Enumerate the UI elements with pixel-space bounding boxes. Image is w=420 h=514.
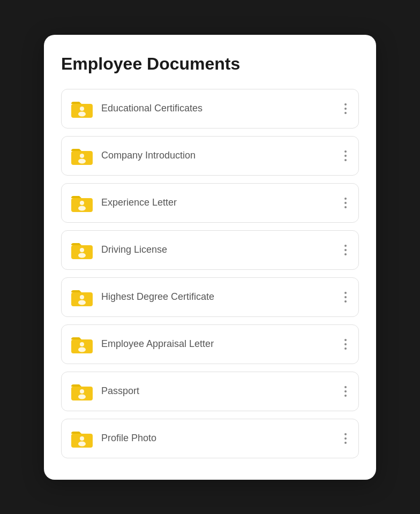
document-item[interactable]: Company Introduction bbox=[61, 136, 359, 176]
doc-label: Employee Appraisal Letter bbox=[101, 338, 214, 350]
svg-point-8 bbox=[78, 206, 86, 210]
more-options-icon[interactable] bbox=[341, 194, 350, 211]
svg-point-4 bbox=[80, 154, 84, 158]
page-title: Employee Documents bbox=[61, 54, 359, 74]
folder-icon bbox=[70, 427, 94, 450]
svg-point-10 bbox=[80, 248, 84, 252]
svg-point-17 bbox=[78, 347, 86, 352]
more-options-icon[interactable] bbox=[341, 241, 350, 259]
document-item[interactable]: Profile Photo bbox=[61, 419, 359, 458]
doc-label: Driving License bbox=[101, 244, 167, 255]
more-options-icon[interactable] bbox=[341, 336, 350, 353]
svg-point-1 bbox=[80, 107, 84, 111]
svg-point-14 bbox=[78, 300, 86, 305]
document-item[interactable]: Employee Appraisal Letter bbox=[61, 324, 359, 364]
svg-point-13 bbox=[80, 295, 84, 299]
more-options-icon[interactable] bbox=[341, 100, 350, 117]
folder-icon bbox=[70, 332, 94, 356]
doc-label: Experience Letter bbox=[101, 197, 177, 208]
svg-point-16 bbox=[80, 342, 84, 346]
svg-point-22 bbox=[80, 436, 84, 441]
svg-point-19 bbox=[80, 389, 84, 394]
doc-left: Profile Photo bbox=[70, 427, 156, 450]
document-item[interactable]: Highest Degree Certificate bbox=[61, 277, 359, 317]
document-item[interactable]: Driving License bbox=[61, 230, 359, 270]
doc-left: Educational Certificates bbox=[70, 97, 202, 120]
more-options-icon[interactable] bbox=[341, 289, 350, 306]
folder-icon bbox=[70, 380, 94, 403]
doc-left: Company Introduction bbox=[70, 144, 196, 168]
more-options-icon[interactable] bbox=[341, 147, 350, 164]
doc-label: Profile Photo bbox=[101, 433, 156, 444]
folder-icon bbox=[70, 191, 94, 215]
folder-icon bbox=[70, 285, 94, 309]
doc-label: Company Introduction bbox=[101, 150, 196, 161]
svg-point-20 bbox=[78, 394, 86, 399]
svg-point-11 bbox=[78, 253, 86, 258]
doc-label: Highest Degree Certificate bbox=[101, 291, 214, 303]
doc-left: Passport bbox=[70, 380, 139, 403]
doc-left: Highest Degree Certificate bbox=[70, 285, 214, 309]
folder-icon bbox=[70, 144, 94, 168]
more-options-icon[interactable] bbox=[341, 430, 350, 447]
svg-point-23 bbox=[78, 441, 86, 446]
svg-point-5 bbox=[78, 158, 86, 163]
document-item[interactable]: Passport bbox=[61, 372, 359, 411]
doc-label: Educational Certificates bbox=[101, 103, 202, 114]
svg-point-2 bbox=[78, 111, 86, 116]
document-list: Educational Certificates bbox=[61, 89, 359, 458]
folder-icon bbox=[70, 97, 94, 120]
doc-left: Driving License bbox=[70, 238, 167, 262]
document-item[interactable]: Educational Certificates bbox=[61, 89, 359, 128]
more-options-icon[interactable] bbox=[341, 383, 350, 400]
document-item[interactable]: Experience Letter bbox=[61, 183, 359, 223]
employee-documents-card: Employee Documents Educational Certifica… bbox=[44, 35, 376, 480]
svg-point-7 bbox=[80, 201, 84, 205]
doc-label: Passport bbox=[101, 386, 139, 397]
folder-icon bbox=[70, 238, 94, 262]
doc-left: Experience Letter bbox=[70, 191, 177, 215]
doc-left: Employee Appraisal Letter bbox=[70, 332, 214, 356]
